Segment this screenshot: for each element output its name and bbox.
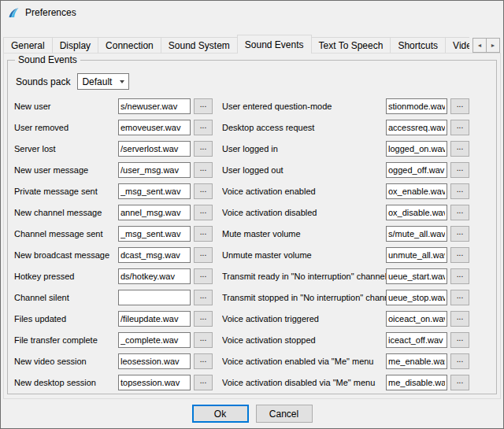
- browse-button[interactable]: ...: [450, 205, 469, 220]
- browse-button[interactable]: ...: [194, 375, 213, 390]
- sound-event-label: New user message: [14, 165, 118, 175]
- sound-event-row: New user...: [14, 98, 213, 114]
- sound-event-label: Files updated: [14, 314, 118, 324]
- sound-file-input[interactable]: [118, 332, 191, 348]
- browse-button[interactable]: ...: [450, 375, 469, 390]
- sound-file-input[interactable]: [386, 311, 447, 327]
- sound-event-label: Channel message sent: [14, 229, 118, 239]
- sound-file-input[interactable]: [118, 226, 191, 242]
- sound-event-row: Channel message sent...: [14, 226, 213, 242]
- browse-button[interactable]: ...: [450, 162, 469, 178]
- sound-event-row: User logged in...: [222, 141, 490, 157]
- browse-button[interactable]: ...: [194, 332, 213, 348]
- browse-button[interactable]: ...: [450, 247, 469, 263]
- browse-button[interactable]: ...: [194, 247, 213, 263]
- app-icon: [7, 6, 20, 19]
- sound-file-input[interactable]: [386, 290, 447, 305]
- tab-text-to-speech[interactable]: Text To Speech: [311, 37, 391, 53]
- browse-button[interactable]: ...: [194, 141, 213, 157]
- sound-file-input[interactable]: [118, 183, 191, 199]
- browse-button[interactable]: ...: [450, 268, 469, 284]
- browse-button[interactable]: ...: [450, 311, 469, 327]
- tab-video[interactable]: Video: [445, 37, 469, 53]
- sound-file-input[interactable]: [118, 311, 191, 327]
- sound-file-input[interactable]: [386, 332, 447, 348]
- browse-button[interactable]: ...: [194, 353, 213, 369]
- browse-button[interactable]: ...: [194, 98, 213, 114]
- browse-button[interactable]: ...: [450, 183, 469, 199]
- tab-scroll-right-button[interactable]: ►: [486, 38, 500, 53]
- sound-file-input[interactable]: [386, 141, 447, 157]
- sound-event-row: Private message sent...: [14, 183, 213, 199]
- browse-button[interactable]: ...: [450, 141, 469, 157]
- browse-button[interactable]: ...: [450, 332, 469, 348]
- sound-file-input[interactable]: [118, 120, 191, 135]
- sound-event-label: Server lost: [14, 144, 118, 153]
- sound-event-row: User entered question-mode...: [222, 98, 490, 114]
- sound-event-label: Unmute master volume: [222, 250, 386, 260]
- browse-button[interactable]: ...: [450, 353, 469, 369]
- sound-event-row: User removed...: [14, 120, 213, 135]
- sound-file-input[interactable]: [118, 205, 191, 220]
- browse-button[interactable]: ...: [450, 226, 469, 242]
- sound-file-input[interactable]: [118, 98, 191, 114]
- sound-file-input[interactable]: [118, 375, 191, 390]
- dropdown-arrow-icon: [120, 80, 124, 83]
- sound-event-row: Transmit ready in "No interruption" chan…: [222, 268, 490, 284]
- browse-button[interactable]: ...: [194, 268, 213, 284]
- tab-connection[interactable]: Connection: [98, 37, 161, 53]
- tab-display[interactable]: Display: [52, 37, 98, 53]
- sound-file-input[interactable]: [386, 162, 447, 178]
- sound-event-label: User removed: [14, 123, 118, 132]
- browse-button[interactable]: ...: [194, 290, 213, 305]
- sound-event-row: Voice activation disabled...: [222, 205, 490, 220]
- sound-file-input[interactable]: [386, 353, 447, 369]
- sound-file-input[interactable]: [386, 98, 447, 114]
- sound-file-input[interactable]: [118, 247, 191, 263]
- sound-file-input[interactable]: [118, 290, 191, 305]
- sound-event-label: Voice activation enabled via "Me" menu: [222, 357, 386, 366]
- tab-general[interactable]: General: [3, 37, 53, 53]
- sound-event-label: Voice activation triggered: [222, 314, 386, 324]
- sound-file-input[interactable]: [386, 205, 447, 220]
- sound-event-row: New video session...: [14, 353, 213, 369]
- browse-button[interactable]: ...: [194, 311, 213, 327]
- group-title: Sound Events: [15, 54, 80, 65]
- sounds-pack-value: Default: [82, 76, 112, 87]
- sound-event-row: Transmit stopped in "No interruption" ch…: [222, 290, 490, 305]
- tab-sound-events[interactable]: Sound Events: [237, 35, 312, 54]
- sound-file-input[interactable]: [386, 375, 447, 390]
- sound-file-input[interactable]: [386, 226, 447, 242]
- browse-button[interactable]: ...: [194, 120, 213, 135]
- sound-file-input[interactable]: [386, 120, 447, 135]
- browse-button[interactable]: ...: [194, 183, 213, 199]
- tab-scroll-left-button[interactable]: ◄: [472, 38, 487, 53]
- sound-file-input[interactable]: [386, 183, 447, 199]
- sound-file-input[interactable]: [386, 268, 447, 284]
- ok-button[interactable]: Ok: [192, 405, 249, 423]
- tab-sound-system[interactable]: Sound System: [161, 37, 238, 53]
- browse-button[interactable]: ...: [194, 162, 213, 178]
- browse-button[interactable]: ...: [450, 98, 469, 114]
- tab-bar: GeneralDisplayConnectionSound SystemSoun…: [1, 34, 503, 54]
- sound-event-row: File transfer complete...: [14, 332, 213, 348]
- sound-file-input[interactable]: [118, 268, 191, 284]
- sound-file-input[interactable]: [118, 162, 191, 178]
- sound-event-label: Voice activation enabled: [222, 187, 386, 196]
- sound-event-label: Voice activation disabled: [222, 208, 386, 217]
- sound-file-input[interactable]: [118, 353, 191, 369]
- cancel-button[interactable]: Cancel: [256, 405, 313, 423]
- sound-file-input[interactable]: [118, 141, 191, 157]
- browse-button[interactable]: ...: [194, 205, 213, 220]
- browse-button[interactable]: ...: [450, 290, 469, 305]
- browse-button[interactable]: ...: [194, 226, 213, 242]
- sound-file-input[interactable]: [386, 247, 447, 263]
- sound-event-row: Server lost...: [14, 141, 213, 157]
- sound-event-label: Voice activation stopped: [222, 335, 386, 345]
- titlebar[interactable]: Preferences: [1, 1, 503, 24]
- sound-event-label: Hotkey pressed: [14, 272, 118, 281]
- sounds-pack-select[interactable]: Default: [77, 73, 129, 90]
- sound-event-label: File transfer complete: [14, 335, 118, 345]
- tab-shortcuts[interactable]: Shortcuts: [390, 37, 446, 53]
- browse-button[interactable]: ...: [450, 120, 469, 135]
